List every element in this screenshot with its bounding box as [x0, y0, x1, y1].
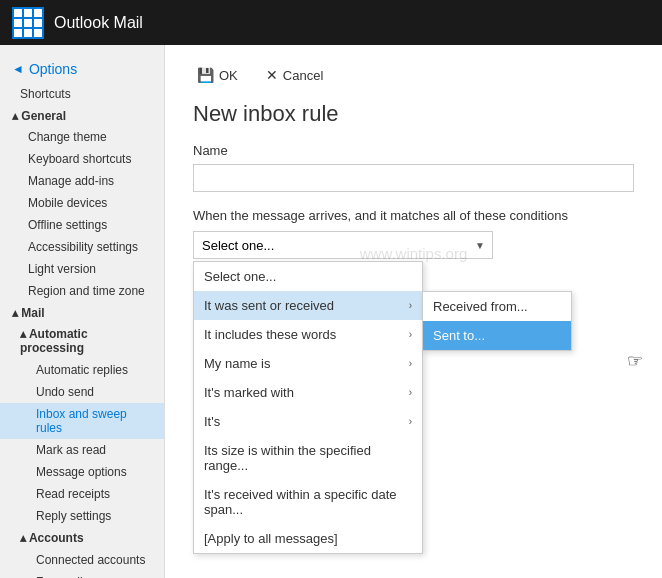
dropdown-item-label: Select one... [204, 269, 276, 284]
app-grid-icon[interactable] [12, 7, 44, 39]
sidebar-item-manage-addins[interactable]: Manage add-ins [0, 170, 164, 192]
dropdown-item-label: My name is [204, 356, 270, 371]
dropdown-item-label: It was sent or received [204, 298, 334, 313]
sidebar-item-offline-settings[interactable]: Offline settings [0, 214, 164, 236]
chevron-right-icon: › [409, 329, 412, 340]
submenu-item-sent-to[interactable]: Sent to... [423, 321, 571, 350]
dropdown-menu: Select one... It was sent or received › … [193, 261, 423, 554]
dropdown-item-marked-with[interactable]: It's marked with › [194, 378, 422, 407]
dropdown-item-label: It includes these words [204, 327, 336, 342]
main-content: 💾 OK ✕ Cancel New inbox rule Name When t… [165, 45, 662, 578]
toolbar: 💾 OK ✕ Cancel [193, 65, 634, 85]
page-title: New inbox rule [193, 101, 634, 127]
sidebar-item-auto-replies[interactable]: Automatic replies [0, 359, 164, 381]
sidebar-group-general: ▴ General [0, 105, 164, 126]
dropdown-item-label: It's marked with [204, 385, 294, 400]
cursor-pointer: ☞ [627, 350, 643, 372]
sidebar-item-light-version[interactable]: Light version [0, 258, 164, 280]
name-field-label: Name [193, 143, 634, 158]
sidebar-group-mail: ▴ Mail [0, 302, 164, 323]
app-title: Outlook Mail [54, 14, 143, 32]
sidebar-item-keyboard-shortcuts[interactable]: Keyboard shortcuts [0, 148, 164, 170]
sidebar-item-region[interactable]: Region and time zone [0, 280, 164, 302]
chevron-right-icon: › [409, 416, 412, 427]
sidebar-item-auto-processing[interactable]: ▴ Automatic processing [0, 323, 164, 359]
sidebar-item-connected-accounts[interactable]: Connected accounts [0, 549, 164, 571]
dropdown-item-sent-received[interactable]: It was sent or received › [194, 291, 422, 320]
ok-button[interactable]: 💾 OK [193, 65, 242, 85]
sidebar-item-change-theme[interactable]: Change theme [0, 126, 164, 148]
sidebar-item-undo-send[interactable]: Undo send [0, 381, 164, 403]
cancel-icon: ✕ [266, 67, 278, 83]
chevron-right-icon: › [409, 300, 412, 311]
sidebar-item-read-receipts[interactable]: Read receipts [0, 483, 164, 505]
submenu-item-label: Received from... [433, 299, 528, 314]
grid-dots [14, 9, 42, 37]
cancel-label: Cancel [283, 68, 323, 83]
sidebar-item-mobile-devices[interactable]: Mobile devices [0, 192, 164, 214]
sidebar-item-mark-read[interactable]: Mark as read [0, 439, 164, 461]
sidebar-item-inbox-rules[interactable]: Inbox and sweep rules [0, 403, 164, 439]
sidebar-item-reply-settings[interactable]: Reply settings [0, 505, 164, 527]
condition-text: When the message arrives, and it matches… [193, 208, 634, 223]
cancel-button[interactable]: ✕ Cancel [262, 65, 327, 85]
topbar: Outlook Mail [0, 0, 662, 45]
sidebar-item-shortcuts[interactable]: Shortcuts [0, 83, 164, 105]
sidebar-item-message-options[interactable]: Message options [0, 461, 164, 483]
dropdown-item-apply-all[interactable]: [Apply to all messages] [194, 524, 422, 553]
options-arrow-icon: ◄ [12, 62, 24, 76]
submenu-item-label: Sent to... [433, 328, 485, 343]
chevron-right-icon: › [409, 387, 412, 398]
layout: ◄ Options Shortcuts ▴ General Change the… [0, 45, 662, 578]
dropdown-item-label: [Apply to all messages] [204, 531, 338, 546]
chevron-right-icon: › [409, 358, 412, 369]
submenu: Received from... Sent to... [422, 291, 572, 351]
mail-group-label: ▴ Mail [12, 306, 45, 320]
dropdown-item-select-one[interactable]: Select one... [194, 262, 422, 291]
dropdown-item-label: Its size is within the specified range..… [204, 443, 412, 473]
sidebar-item-forwarding[interactable]: Forwarding [0, 571, 164, 578]
dropdown-item-includes-words[interactable]: It includes these words › [194, 320, 422, 349]
dropdown-item-label: It's received within a specific date spa… [204, 487, 412, 517]
dropdown-item-date-span[interactable]: It's received within a specific date spa… [194, 480, 422, 524]
name-input[interactable] [193, 164, 634, 192]
sidebar-item-accessibility[interactable]: Accessibility settings [0, 236, 164, 258]
dropdown-item-label: It's [204, 414, 220, 429]
sidebar-item-label: Shortcuts [20, 87, 71, 101]
submenu-item-received-from[interactable]: Received from... [423, 292, 571, 321]
sidebar: ◄ Options Shortcuts ▴ General Change the… [0, 45, 165, 578]
sidebar-item-accounts[interactable]: ▴ Accounts [0, 527, 164, 549]
ok-label: OK [219, 68, 238, 83]
dropdown-item-size-range[interactable]: Its size is within the specified range..… [194, 436, 422, 480]
save-icon: 💾 [197, 67, 214, 83]
condition-dropdown-wrapper: Select one... ▼ Select one... It was sen… [193, 231, 493, 259]
dropdown-item-its[interactable]: It's › [194, 407, 422, 436]
condition-dropdown[interactable]: Select one... [193, 231, 493, 259]
dropdown-item-my-name[interactable]: My name is › [194, 349, 422, 378]
sidebar-options[interactable]: ◄ Options [0, 55, 164, 83]
group-label: ▴ General [12, 109, 66, 123]
options-label: Options [29, 61, 77, 77]
